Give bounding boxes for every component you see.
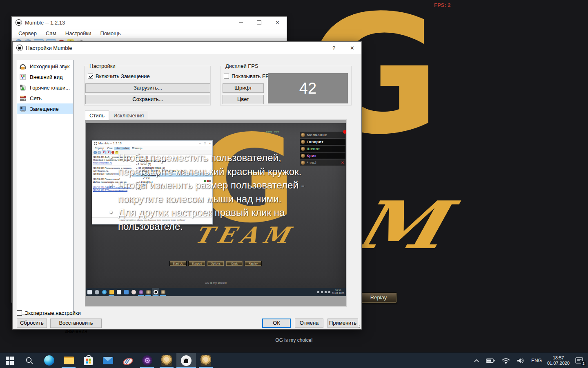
tab-exceptions[interactable]: Исключения (109, 111, 148, 120)
game-button: Start Up (169, 261, 187, 266)
mumble-app-icon (16, 45, 23, 51)
game-slogan: OG is my choice! (0, 337, 588, 343)
language-indicator[interactable]: ENG (531, 358, 542, 364)
notification-center-button[interactable]: 2 (575, 357, 584, 365)
dialog-titlebar: Настройки Mumble ? ✕ (13, 42, 361, 54)
drag-handle-red-circle[interactable] (343, 130, 346, 134)
menu-settings[interactable]: Настройки (61, 30, 96, 36)
show-fps-checkbox[interactable]: Показывать FPS (224, 73, 272, 79)
fps-display-group: Дисплей FPS Показывать FPS Шрифт Цвет 42 (220, 66, 352, 105)
minimize-icon[interactable] (232, 17, 250, 28)
info-icon (98, 151, 101, 154)
restore-defaults-button[interactable]: Восстановить значения (50, 319, 102, 328)
mail-icon (103, 357, 113, 364)
color-button[interactable]: Цвет (223, 95, 264, 104)
replay-button[interactable]: Replay (360, 292, 397, 303)
wifi-icon[interactable] (501, 357, 511, 364)
sidebar-item-overlay[interactable]: Замещение (17, 103, 73, 114)
overlay-user-talking: Говорит (300, 139, 345, 145)
search-button[interactable] (20, 353, 39, 368)
og-logo-m: M (350, 203, 450, 248)
overlay-instructions: Чтобы переместить пользователей, перетащ… (109, 151, 311, 233)
save-button[interactable]: Сохранить... (85, 95, 210, 104)
mumble-icon (152, 288, 159, 296)
overlay-user-silent: Молчание (300, 132, 345, 138)
maximize-icon[interactable] (250, 17, 268, 28)
reset-button[interactable]: Сбросить (17, 319, 47, 328)
fps-preview: 42 (268, 73, 348, 103)
sidebar-item-audio-output[interactable]: Исходящий звук (17, 61, 73, 72)
desktop: G M FPS: 2 Replay OG is my choice! Mumbl… (0, 0, 588, 368)
preview-tray: 18:56 01.07.2020 (317, 288, 346, 296)
menu-server[interactable]: Сервер (14, 30, 41, 36)
enable-overlay-checkbox[interactable]: Включить Замещение (88, 73, 150, 79)
overlay-icon (19, 105, 27, 113)
settings-dialog: Настройки Mumble ? ✕ Исходящий звук Внеш… (12, 41, 362, 330)
system-tray: ENG 18:57 01.07.2020 2 (472, 353, 588, 368)
game-avatar-button[interactable] (157, 353, 176, 368)
mumble-app-icon (16, 19, 22, 26)
tab-style[interactable]: Стиль (85, 110, 109, 120)
sidebar-item-network[interactable]: Сеть (17, 93, 73, 103)
store-button[interactable] (78, 353, 98, 368)
taskbar: ENG 18:57 01.07.2020 2 (0, 352, 588, 368)
expert-settings-checkbox[interactable]: Экспертные настройки (17, 310, 81, 316)
edge-icon (100, 288, 108, 296)
battery-icon[interactable] (486, 357, 496, 364)
settings-category-list: Исходящий звук Внешний вид Горячие клави… (17, 60, 74, 314)
close-icon[interactable]: ✕ (343, 42, 361, 54)
file-explorer-button[interactable] (59, 353, 78, 368)
preview-slogan: OG is my choice! (86, 281, 346, 284)
sidebar-item-appearance[interactable]: Внешний вид (17, 72, 73, 82)
hotkeys-icon (19, 83, 27, 92)
start-icon (6, 357, 14, 365)
snip-button[interactable] (118, 353, 137, 368)
game-avatar-button-2[interactable] (196, 353, 216, 368)
avatar (301, 133, 305, 137)
resize-grip[interactable] (356, 324, 361, 328)
checkbox-unchecked-icon[interactable] (224, 74, 229, 79)
mumble-app-icon (94, 142, 97, 145)
mute-icon: ✗ (102, 150, 106, 154)
menubar: Сервер Сам Настройки Помощь (12, 28, 287, 38)
clock[interactable]: 18:57 01.07.2020 (547, 355, 570, 366)
menu-help[interactable]: Помощь (96, 30, 125, 36)
file-explorer-icon (108, 288, 115, 296)
date: 01.07.2020 (547, 361, 570, 366)
store-icon (84, 357, 93, 365)
checkbox-checked-icon[interactable] (88, 74, 93, 79)
search-icon (93, 288, 100, 296)
mumble-taskbar-button[interactable] (176, 353, 196, 368)
game-button: Quak (226, 261, 243, 266)
cancel-button[interactable]: Отмена (295, 319, 323, 328)
font-button[interactable]: Шрифт (223, 83, 264, 93)
speaker-icon[interactable] (516, 357, 526, 364)
tray-chevron-icon[interactable] (472, 357, 481, 364)
tor-browser-button[interactable] (137, 353, 157, 368)
appearance-icon (19, 73, 27, 81)
fps-counter: FPS: 2 (434, 2, 450, 8)
sidebar-item-shortcuts[interactable]: Горячие клави... (17, 82, 73, 93)
help-icon[interactable]: ? (325, 42, 343, 54)
overlay-preview-screen[interactable]: G TEAM FPS: 272 Mumble -- 1.2.13 –□× Сер… (86, 123, 346, 296)
mail-button[interactable] (98, 353, 118, 368)
preview-fps-text: FPS: 272 (266, 130, 279, 134)
checkbox-unchecked-icon[interactable] (17, 310, 22, 316)
settings-group: Настройки Включить Замещение Загрузить..… (84, 66, 211, 105)
menu-self[interactable]: Сам (41, 30, 61, 36)
game-button: Options (207, 261, 224, 266)
notification-badge: 2 (581, 361, 586, 366)
edge-icon (44, 355, 54, 366)
game-avatar-icon (161, 355, 172, 366)
avatar (301, 147, 305, 151)
close-icon[interactable] (268, 17, 287, 28)
audio-output-icon (19, 62, 27, 70)
start-button[interactable] (0, 353, 20, 368)
tor-browser-icon (137, 288, 145, 296)
tab-strip: Стиль Исключения (85, 110, 148, 120)
ok-button[interactable]: ОК (262, 319, 291, 328)
edge-button[interactable] (39, 353, 59, 368)
connect-icon (94, 151, 97, 154)
apply-button[interactable]: Применить (327, 319, 358, 328)
load-button[interactable]: Загрузить... (85, 83, 210, 93)
